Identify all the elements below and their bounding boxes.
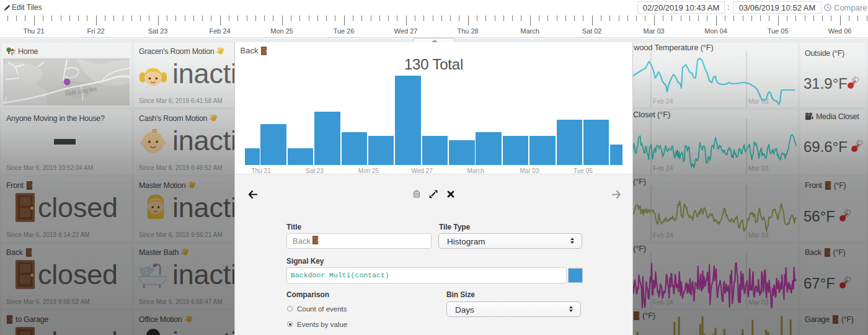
svg-text:Feb 24: Feb 24 [653, 231, 673, 239]
svg-text:Feb 24: Feb 24 [653, 298, 673, 306]
svg-text:Feb 24: Feb 24 [653, 164, 673, 172]
svg-text:Mar 03: Mar 03 [748, 231, 769, 239]
svg-text:Feb 24: Feb 24 [653, 97, 673, 105]
svg-text:Mar 03: Mar 03 [748, 298, 769, 306]
svg-text:Mar 03: Mar 03 [748, 164, 769, 172]
